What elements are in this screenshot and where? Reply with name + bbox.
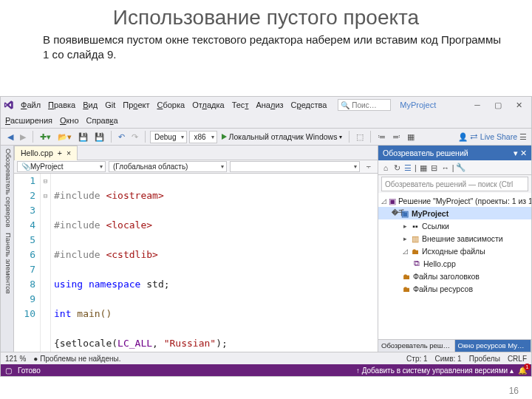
tb-icon-a[interactable]: ⬚: [354, 132, 366, 142]
caret-col: Симв: 1: [435, 355, 462, 363]
menu-edit[interactable]: Правка: [46, 100, 78, 110]
tree-solution-root[interactable]: ◿▣Решение "MyProject" (проекты: 1 из 1): [378, 194, 531, 207]
close-button[interactable]: ✕: [509, 98, 528, 112]
menu-analyze[interactable]: Анализ: [253, 100, 285, 110]
file-tab-hello[interactable]: Hello.cpp + ×: [14, 146, 78, 160]
solution-search[interactable]: Обозреватель решений — поиск (Ctrl: [381, 177, 528, 191]
whitespace-mode[interactable]: Пробелы: [469, 355, 500, 363]
solution-search-ph: Обозреватель решений — поиск (Ctrl: [385, 180, 513, 188]
sol-home-icon[interactable]: ⌂: [381, 163, 390, 172]
sol-collapse-icon[interactable]: ⊟: [430, 163, 439, 172]
nav-back-button[interactable]: ◀: [5, 132, 16, 142]
save-button[interactable]: 💾: [76, 132, 90, 143]
sol-nav-icon[interactable]: ↔: [441, 163, 450, 172]
tree-refs[interactable]: ▸▪▪Ссылки: [378, 219, 531, 232]
menu-debug[interactable]: Отладка: [190, 100, 227, 110]
vtab-toolbox[interactable]: Панель элементов: [1, 233, 13, 294]
nav-fwd-button[interactable]: ▶: [18, 132, 28, 142]
status-ready: Готово: [18, 366, 41, 375]
notifications-button[interactable]: 🔔1: [518, 366, 527, 375]
sol-props-icon[interactable]: 🔧: [456, 163, 465, 172]
split-icon[interactable]: ⫟: [363, 163, 375, 171]
file-tab-label: Hello.cpp: [21, 149, 53, 157]
tree-hdr[interactable]: 🖿Файлы заголовков: [378, 270, 531, 282]
vs-logo-icon: [4, 100, 14, 110]
nav-scope-drop[interactable]: (Глобальная область): [109, 161, 227, 172]
file-tab-dirty: +: [58, 149, 62, 157]
sol-tab-explorer[interactable]: Обозреватель реш…: [378, 340, 455, 352]
folder-icon: 🖿: [402, 272, 411, 281]
file-tab-close-icon[interactable]: ×: [66, 149, 71, 157]
eol-mode[interactable]: CRLF: [508, 355, 527, 363]
tb-icon-c[interactable]: ≕: [390, 132, 403, 142]
vtab-server-explorer[interactable]: Обозреватель серверов: [1, 149, 13, 227]
start-debug-button[interactable]: Локальный отладчик Windows ▾: [219, 132, 345, 142]
menu-test[interactable]: Тест: [230, 100, 251, 110]
tree-ext[interactable]: ▸▥Внешние зависимости: [378, 232, 531, 245]
sol-refresh-icon[interactable]: ↻: [392, 163, 401, 172]
solution-icon: ▣: [389, 197, 396, 205]
main-menu: ФФайлайл Правка Вид Git Проект Сборка От…: [18, 100, 329, 110]
zoom-level[interactable]: 121 %: [5, 355, 26, 363]
menu-view[interactable]: Вид: [81, 100, 100, 110]
tree-project[interactable]: �千▣MyProject: [378, 207, 531, 219]
tree-res[interactable]: 🖿Файлы ресурсов: [378, 282, 531, 295]
open-button[interactable]: 📂▾: [55, 132, 74, 143]
sol-tab-resources[interactable]: Окно ресурсов My…: [455, 340, 532, 352]
tree-src[interactable]: ◿🖿Исходные файлы: [378, 245, 531, 257]
toolbar: ◀ ▶ ✚▾ 📂▾ 💾 💾 ↶ ↷ Debug x86 Локальный от…: [1, 128, 531, 146]
menu-git[interactable]: Git: [103, 100, 117, 110]
config-dropdown[interactable]: Debug: [150, 131, 187, 143]
nav-member-drop[interactable]: [230, 161, 360, 172]
menu-tools[interactable]: Средства: [289, 100, 330, 110]
platform-dropdown[interactable]: x86: [189, 131, 216, 143]
solution-header: Обозреватель решений ▾ ✕: [378, 146, 531, 160]
slide-title: Использование пустого проекта: [0, 0, 532, 33]
account-icon[interactable]: 👤: [458, 132, 468, 142]
nav-project-drop[interactable]: 📎 MyProject: [17, 161, 106, 172]
panel-menu-icon[interactable]: ▾ ✕: [514, 149, 527, 157]
slide-body: В появившемся пустом окне текстового ред…: [0, 33, 532, 69]
menu-help[interactable]: Справка: [86, 116, 118, 125]
navbar: 📎 MyProject (Глобальная область) ⫟: [14, 160, 378, 174]
caret-line: Стр: 1: [406, 355, 427, 363]
minimize-button[interactable]: ─: [468, 98, 487, 112]
sol-tree-icon[interactable]: ☰: [403, 163, 412, 172]
ide-statusbar: ▢ Готово ↑ Добавить в систему управления…: [1, 364, 531, 376]
code-body[interactable]: #include <iostream> #include <locale> #i…: [51, 174, 378, 352]
issues-status[interactable]: ● Проблемы не найдены.: [33, 355, 120, 363]
titlebar: ФФайлайл Правка Вид Git Проект Сборка От…: [1, 97, 531, 113]
new-item-button[interactable]: ✚▾: [38, 132, 53, 142]
menu-file[interactable]: ФФайлайл: [18, 100, 43, 110]
menubar-row2: Расширения Окно Справка: [1, 113, 531, 128]
search-icon: 🔍: [341, 101, 349, 109]
editor-area: Hello.cpp + × 📎 MyProject (Глобальная об…: [14, 146, 378, 352]
redo-button[interactable]: ↷: [129, 132, 140, 142]
folder-icon: 🖿: [402, 284, 411, 293]
save-all-button[interactable]: 💾: [92, 132, 106, 143]
line-gutter: 12345678910: [14, 174, 41, 352]
feedback-icon[interactable]: ☰: [519, 132, 527, 141]
solution-name: MyProject: [395, 100, 440, 109]
fold-gutter: ⊟⊟: [41, 174, 51, 352]
menu-window[interactable]: Окно: [60, 116, 79, 125]
menu-build[interactable]: Сборка: [154, 100, 187, 110]
quick-search[interactable]: 🔍 Поис…: [338, 99, 391, 111]
maximize-button[interactable]: ▢: [488, 98, 508, 112]
sol-showall-icon[interactable]: ▦: [419, 163, 428, 172]
tb-icon-b[interactable]: ≔: [375, 132, 388, 142]
solution-toolbar: ⌂ ↻ ☰| ▦ ⊟ ↔| 🔧: [378, 160, 531, 175]
editor-statusbar: 121 % ● Проблемы не найдены. Стр: 1 Симв…: [1, 352, 531, 364]
menu-project[interactable]: Проект: [120, 100, 151, 110]
vcs-add-button[interactable]: ↑ Добавить в систему управления версиями…: [356, 366, 514, 375]
code-editor[interactable]: 12345678910 ⊟⊟ #include <iostream> #incl…: [14, 174, 378, 352]
left-tabwell: Обозреватель серверов Панель элементов: [1, 146, 14, 352]
menu-extensions[interactable]: Расширения: [5, 116, 52, 125]
refs-icon: ▪▪: [411, 222, 420, 231]
liveshare-button[interactable]: ⮂ Live Share: [470, 132, 517, 141]
tb-icon-d[interactable]: ▦: [405, 132, 417, 142]
undo-button[interactable]: ↶: [116, 132, 127, 142]
solution-title: Обозреватель решений: [383, 149, 468, 157]
tree-file-hello[interactable]: ⧉Hello.cpp: [378, 257, 531, 270]
cpp-icon: ⧉: [412, 259, 421, 268]
